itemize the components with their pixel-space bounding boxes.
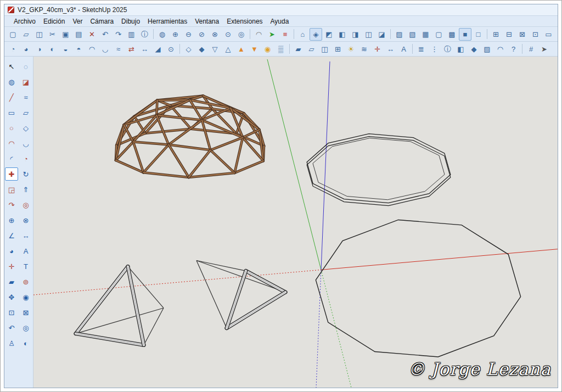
orbit-tool[interactable]: ⊚	[19, 275, 32, 288]
model-canvas[interactable]: © Jorge Lezana	[33, 57, 558, 388]
style-monochrome-button[interactable]: □	[472, 28, 485, 41]
shadows-button[interactable]: ☀	[345, 43, 357, 55]
rotated-rectangle-tool[interactable]: ▱	[19, 106, 32, 119]
extension-list-button[interactable]: ≡	[279, 28, 291, 41]
taper-tool-button[interactable]: ◢	[151, 43, 164, 55]
three-d-text-tool[interactable]: T	[19, 260, 32, 273]
scenes-button[interactable]: ⊞	[331, 43, 344, 55]
drape-tool-button[interactable]: ▽	[209, 43, 221, 55]
model-viewport[interactable]	[33, 57, 558, 388]
split-button[interactable]: ⊙	[222, 28, 234, 41]
weld-tool-button[interactable]: ⊙	[165, 43, 177, 55]
style-hidden-line-button[interactable]: ▢	[432, 28, 445, 41]
axes-display-button[interactable]: ✛	[371, 43, 384, 55]
style-xray-button[interactable]: ▨	[393, 28, 406, 41]
undo-button[interactable]: ↶	[99, 28, 111, 41]
walk-tool[interactable]: ♙	[5, 337, 18, 350]
select-tool[interactable]: ↖	[5, 60, 18, 73]
make-group-button[interactable]: ⊟	[503, 28, 515, 41]
menu-ayuda[interactable]: Ayuda	[267, 17, 293, 26]
extension-arc-button[interactable]: ◠	[252, 28, 265, 41]
pan-tool[interactable]: ✥	[5, 290, 18, 304]
new-file-button[interactable]: ▢	[7, 28, 19, 41]
menu-archivo[interactable]: Archivo	[10, 17, 40, 26]
sandbox-button[interactable]: ▒	[274, 43, 287, 55]
fog-button[interactable]: ≋	[358, 43, 370, 55]
subtract-button[interactable]: ⊖	[182, 28, 195, 41]
save-button[interactable]: ◫	[33, 28, 46, 41]
style-textured-button[interactable]: ■	[459, 28, 471, 41]
offset-tool[interactable]: ◎	[19, 198, 32, 211]
cone-marker-button[interactable]: ▲	[235, 43, 248, 55]
outer-shell-button[interactable]: ◍	[156, 28, 168, 41]
funnel-marker-button[interactable]: ▼	[248, 43, 261, 55]
view-home-button[interactable]: ⌂	[296, 28, 309, 41]
make-component-button[interactable]: ⊞	[490, 28, 502, 41]
scale-tool[interactable]: ◲	[5, 183, 18, 196]
components-button[interactable]: ◆	[468, 43, 480, 55]
view-iso-button[interactable]: ◈	[310, 28, 322, 41]
style-shaded-button[interactable]: ▩	[446, 28, 458, 41]
dimension-tool[interactable]: ↔	[19, 229, 32, 242]
union-button[interactable]: ⊕	[169, 28, 182, 41]
menu-ventana[interactable]: Ventana	[191, 17, 223, 26]
style-wireframe-button[interactable]: ▦	[419, 28, 432, 41]
entity-info-button[interactable]: ⓘ	[441, 43, 454, 55]
follow-me-tool[interactable]: ↷	[5, 198, 18, 211]
joint-push-pull-button[interactable]: ◐	[46, 43, 59, 55]
outliner-button[interactable]: ⋮	[428, 43, 441, 55]
soften-edges-button[interactable]: ◠	[494, 43, 507, 55]
cut-button[interactable]: ✂	[46, 28, 59, 41]
extension-arrow-button[interactable]: ➤	[266, 28, 278, 41]
stamp-tool-button[interactable]: △	[222, 43, 234, 55]
zoom-extents-tool[interactable]: ⊠	[19, 306, 32, 319]
outer-shell-tool[interactable]: ⊕	[5, 214, 18, 227]
shape-bender-button[interactable]: ≈	[112, 43, 125, 55]
polygon-tool[interactable]: ◇	[19, 121, 32, 135]
vector-push-pull-button[interactable]: ◒	[59, 43, 72, 55]
bevel-corner-button[interactable]: ◕	[20, 43, 32, 55]
style-back-edges-button[interactable]: ▧	[406, 28, 419, 41]
protractor-tool[interactable]: ◕	[5, 244, 18, 257]
position-camera-tool[interactable]: ◎	[19, 321, 32, 334]
previous-view-tool[interactable]: ↶	[5, 321, 18, 334]
unhide-button[interactable]: ▯	[555, 28, 558, 41]
copy-button[interactable]: ▣	[59, 28, 72, 41]
menu-camara[interactable]: Cámara	[86, 17, 117, 26]
select-cursor-button[interactable]: ➤	[538, 43, 550, 55]
axes-tool[interactable]: ✛	[5, 260, 18, 273]
line-tool[interactable]: ╱	[5, 91, 18, 104]
curviloft-button[interactable]: ◠	[86, 43, 98, 55]
section-plane-button[interactable]: ▰	[292, 43, 305, 55]
normal-push-pull-button[interactable]: ◓	[72, 43, 85, 55]
materials-button[interactable]: ◧	[454, 43, 467, 55]
view-top-button[interactable]: ◩	[323, 28, 335, 41]
lasso-tool[interactable]: ◌	[19, 60, 32, 73]
paste-button[interactable]: ▤	[72, 28, 85, 41]
instructor-button[interactable]: ?	[507, 43, 520, 55]
curvizard-button[interactable]: ◡	[99, 43, 111, 55]
section-fill-button[interactable]: ▱	[305, 43, 318, 55]
push-pull-tool[interactable]: ⇑	[19, 183, 32, 196]
pie-tool[interactable]: ◔	[19, 152, 32, 165]
look-around-tool[interactable]: ◐	[19, 337, 32, 350]
hide-button[interactable]: ▭	[542, 28, 555, 41]
menu-dibujo[interactable]: Dibujo	[117, 17, 144, 26]
freehand-tool[interactable]: ≈	[19, 91, 32, 104]
view-right-button[interactable]: ◨	[349, 28, 362, 41]
round-corner-button[interactable]: ◔	[7, 43, 19, 55]
redo-button[interactable]: ↷	[112, 28, 125, 41]
rectangle-tool[interactable]: ▭	[5, 106, 18, 119]
dimensions-button[interactable]: ↔	[384, 43, 397, 55]
section-display-button[interactable]: ◫	[318, 43, 331, 55]
tags-button[interactable]: ≣	[415, 43, 428, 55]
intersect-faces-tool[interactable]: ⊗	[19, 214, 32, 227]
erase-button[interactable]: ✕	[86, 28, 98, 41]
section-plane-tool[interactable]: ▰	[5, 275, 18, 288]
arc-tool[interactable]: ◠	[5, 137, 18, 150]
grid-button[interactable]: #	[525, 43, 537, 55]
zoom-tool[interactable]: ◉	[19, 290, 32, 304]
tape-measure-tool[interactable]: ∠	[5, 229, 18, 242]
styles-panel-button[interactable]: ▨	[481, 43, 493, 55]
rotate-tool[interactable]: ↻	[19, 167, 32, 181]
